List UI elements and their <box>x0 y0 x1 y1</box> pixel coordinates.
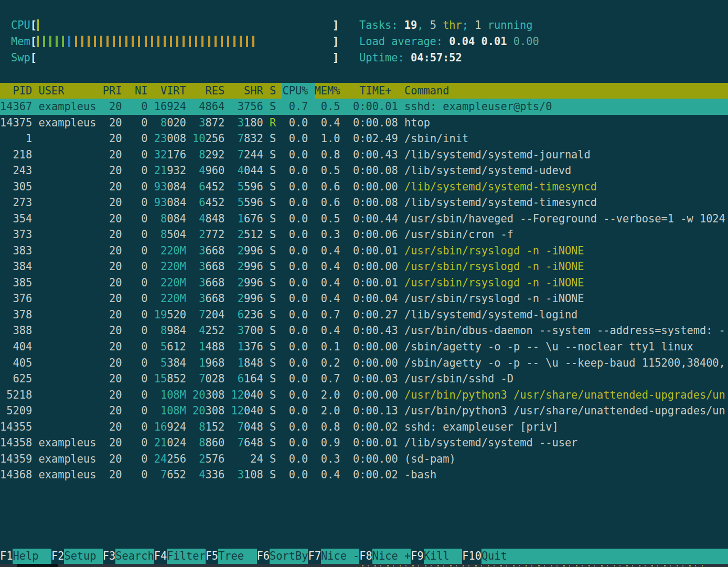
virt-cell: 5384 <box>154 355 186 371</box>
shr-cell: 6164 <box>231 371 263 387</box>
function-key-item[interactable]: F2Setup <box>51 549 103 564</box>
cpu-percent-cell: 0.0 <box>282 195 308 211</box>
pid-cell: 385 <box>0 275 32 291</box>
column-header-shr[interactable]: SHR <box>231 83 263 99</box>
time-cell: 0:00.43 <box>347 147 398 163</box>
function-key-item[interactable]: F7Nice - <box>308 549 359 564</box>
shr-cell: 7832 <box>231 131 263 147</box>
mem-percent-cell: 0.7 <box>315 307 340 323</box>
process-row[interactable]: 14375 exampleus 20 0 8020 3872 3180 R 0.… <box>0 115 728 131</box>
function-key-item[interactable]: F9Kill <box>411 549 462 564</box>
virt-cell: 7652 <box>154 467 186 483</box>
process-row[interactable]: 305 20 0 93084 6452 5596 S 0.0 0.6 0:00.… <box>0 179 728 195</box>
process-row[interactable]: 384 20 0 220M 3668 2996 S 0.0 0.4 0:00.0… <box>0 259 728 275</box>
function-key-item[interactable]: F8Nice + <box>359 549 411 564</box>
process-row[interactable]: 383 20 0 220M 3668 2996 S 0.0 0.4 0:00.0… <box>0 243 728 259</box>
virt-cell: 21024 <box>154 435 186 451</box>
time-cell: 0:00.27 <box>347 307 398 323</box>
column-header-pri[interactable]: PRI <box>103 83 122 99</box>
process-row[interactable]: 405 20 0 5384 1968 1848 S 0.0 0.2 0:00.0… <box>0 355 728 371</box>
time-cell: 0:02.49 <box>347 131 398 147</box>
mem-percent-cell: 0.6 <box>315 195 340 211</box>
time-cell: 0:00.06 <box>347 227 398 243</box>
column-header-res[interactable]: RES <box>192 83 224 99</box>
process-row[interactable]: 1 20 0 23008 10256 7832 S 0.0 1.0 0:02.4… <box>0 131 728 147</box>
threads-count: 5 <box>430 19 436 31</box>
cpu-percent-cell: 0.0 <box>282 435 308 451</box>
pid-cell: 14367 <box>0 99 32 115</box>
function-key: F4 <box>154 549 167 564</box>
nice-cell: 0 <box>129 147 148 163</box>
process-row[interactable]: 14358 exampleus 20 0 21024 8860 7648 S 0… <box>0 435 728 451</box>
process-row[interactable]: 378 20 0 19520 7204 6236 S 0.0 0.7 0:00.… <box>0 307 728 323</box>
virt-cell: 23008 <box>154 131 186 147</box>
column-header-cpu-sorted[interactable]: CPU% <box>282 83 308 99</box>
process-row[interactable]: 14359 exampleus 20 0 24256 2576 24 S 0.0… <box>0 451 728 467</box>
cpu-percent-cell: 0.0 <box>282 179 308 195</box>
process-row[interactable]: 218 20 0 32176 8292 7244 S 0.0 0.8 0:00.… <box>0 147 728 163</box>
process-row[interactable]: 385 20 0 220M 3668 2996 S 0.0 0.4 0:00.0… <box>0 275 728 291</box>
shr-cell: 6236 <box>231 307 263 323</box>
process-row[interactable]: 354 20 0 8084 4848 1676 S 0.0 0.5 0:00.4… <box>0 211 728 227</box>
shr-cell: 3108 <box>231 467 263 483</box>
shr-cell: 1376 <box>231 339 263 355</box>
shr-cell: 12040 <box>231 403 263 419</box>
process-row[interactable]: 625 20 0 15852 7028 6164 S 0.0 0.7 0:00.… <box>0 371 728 387</box>
process-row[interactable]: 14355 20 0 16924 8152 7048 S 0.0 0.8 0:0… <box>0 419 728 435</box>
bottom-partial-strip <box>0 564 728 567</box>
function-key-item[interactable]: F10Quit <box>462 549 728 564</box>
process-row[interactable]: 404 20 0 5612 1488 1376 S 0.0 0.1 0:00.0… <box>0 339 728 355</box>
function-key-item[interactable]: F3Search <box>103 549 154 564</box>
virt-cell: 220M <box>154 275 186 291</box>
function-key-item[interactable]: F4Filter <box>154 549 206 564</box>
shr-cell: 3756 <box>231 99 263 115</box>
priority-cell: 20 <box>103 131 122 147</box>
process-row[interactable]: 14367 exampleus 20 0 16924 4864 3756 S 0… <box>0 99 728 115</box>
meter-close-bracket: ] <box>333 35 339 48</box>
pid-cell: 354 <box>0 211 32 227</box>
function-key-item[interactable]: F1Help <box>0 549 51 564</box>
process-row[interactable]: 373 20 0 8504 2772 2512 S 0.0 0.3 0:00.0… <box>0 227 728 243</box>
shr-cell: 5596 <box>231 195 263 211</box>
pid-cell: 305 <box>0 179 32 195</box>
res-cell: 7204 <box>192 307 224 323</box>
state-cell: S <box>270 195 276 211</box>
nice-cell: 0 <box>129 179 148 195</box>
function-key-bar: F1HelpF2SetupF3SearchF4FilterF5TreeF6Sor… <box>0 549 728 564</box>
virt-cell: 21932 <box>154 163 186 179</box>
cpu-percent-cell: 0.0 <box>282 323 308 339</box>
res-cell: 20308 <box>192 403 224 419</box>
column-header-virt[interactable]: VIRT <box>154 83 186 99</box>
state-cell: S <box>270 403 276 419</box>
function-key-item[interactable]: F6SortBy <box>257 549 308 564</box>
process-row[interactable]: 243 20 0 21932 4960 4044 S 0.0 0.5 0:00.… <box>0 163 728 179</box>
process-row[interactable]: 376 20 0 220M 3668 2996 S 0.0 0.4 0:00.0… <box>0 291 728 307</box>
cpu-percent-cell: 0.0 <box>282 387 308 403</box>
column-header-command[interactable]: Command <box>404 83 449 99</box>
column-header-ni[interactable]: NI <box>129 83 148 99</box>
column-header-pid[interactable]: PID <box>0 83 32 99</box>
cpu-percent-cell: 0.0 <box>282 163 308 179</box>
pid-cell: 625 <box>0 371 32 387</box>
column-header-mem[interactable]: MEM% <box>315 83 340 99</box>
function-key-item[interactable]: F5Tree <box>206 549 257 564</box>
shr-cell: 2996 <box>231 243 263 259</box>
process-row[interactable]: 388 20 0 8984 4252 3700 S 0.0 0.4 0:00.4… <box>0 323 728 339</box>
command-cell: /lib/systemd/systemd --user <box>404 435 577 451</box>
process-row[interactable]: 5218 20 0 108M 20308 12040 S 0.0 2.0 0:0… <box>0 387 728 403</box>
process-row[interactable]: 5209 20 0 108M 20308 12040 S 0.0 2.0 0:0… <box>0 403 728 419</box>
column-header-time[interactable]: TIME+ <box>347 83 398 99</box>
priority-cell: 20 <box>103 387 122 403</box>
process-row[interactable]: 14368 exampleus 20 0 7652 4336 3108 S 0.… <box>0 467 728 483</box>
process-row[interactable]: 273 20 0 93084 6452 5596 S 0.0 0.6 0:00.… <box>0 195 728 211</box>
time-cell: 0:00.43 <box>347 323 398 339</box>
column-header-state[interactable]: S <box>270 83 276 99</box>
pid-cell: 388 <box>0 323 32 339</box>
nice-cell: 0 <box>129 467 148 483</box>
column-header-user[interactable]: USER <box>38 83 96 99</box>
cpu-percent-cell: 0.0 <box>282 419 308 435</box>
uptime-summary: Uptime: 04:57:52 <box>359 50 462 66</box>
res-cell: 3668 <box>192 259 224 275</box>
nice-cell: 0 <box>129 403 148 419</box>
state-cell: S <box>270 419 276 435</box>
